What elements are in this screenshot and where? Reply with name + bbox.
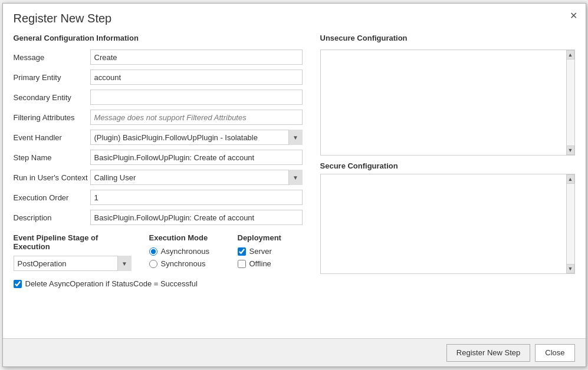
server-label: Server [249,247,272,256]
event-handler-row: Event Handler (Plugin) BasicPlugin.Follo… [14,130,303,145]
synchronous-radio-item[interactable]: Synchronous [149,259,220,268]
execution-mode-section: Execution Mode Asynchronous Synchronous [149,233,220,268]
unsecure-scrollbar: ▲ ▼ [566,50,574,155]
run-in-context-row: Run in User's Context Calling User ▼ [14,170,303,185]
offline-checkbox[interactable] [238,260,246,268]
pipeline-section: Event Pipeline Stage of Execution PreVal… [14,233,132,271]
deployment-section: Deployment Server Offline [238,233,297,268]
secure-config-box: ▲ ▼ [320,174,575,274]
deployment-checkbox-group: Server Offline [238,247,297,268]
execution-mode-radio-group: Asynchronous Synchronous [149,247,220,268]
secondary-entity-input[interactable] [90,90,303,105]
primary-entity-label: Primary Entity [14,73,90,82]
server-checkbox-item[interactable]: Server [238,247,297,256]
dialog: Register New Step ✕ General Configuratio… [2,3,586,367]
offline-label: Offline [249,259,271,268]
secure-config-textarea[interactable] [321,174,566,273]
unsecure-config-title: Unsecure Configuration [320,34,575,42]
synchronous-label: Synchronous [161,259,206,268]
asynchronous-radio[interactable] [149,247,157,256]
right-panel: Unsecure Configuration ▲ ▼ Secure Config… [314,31,575,329]
asynchronous-radio-item[interactable]: Asynchronous [149,247,220,256]
message-row: Message [14,49,303,65]
offline-checkbox-item[interactable]: Offline [238,259,297,268]
secure-scroll-down-icon[interactable]: ▼ [566,264,574,273]
secure-config-title: Secure Configuration [320,161,575,170]
run-in-context-select[interactable]: Calling User [90,170,303,185]
secure-scrollbar: ▲ ▼ [566,174,574,273]
delete-async-row: Delete AsyncOperation if StatusCode = Su… [14,279,303,288]
execution-order-row: Execution Order [14,190,303,205]
description-input[interactable] [90,210,303,225]
synchronous-radio[interactable] [149,260,157,268]
step-name-input[interactable] [90,150,303,165]
asynchronous-label: Asynchronous [161,247,209,256]
pipeline-select[interactable]: PreValidation PreOperation PostOperation [14,256,132,271]
filtering-attributes-row: Filtering Attributes [14,110,303,125]
footer: Register New Step Close [3,338,586,366]
bottom-section: Event Pipeline Stage of Execution PreVal… [14,233,303,271]
unsecure-config-box: ▲ ▼ [320,49,575,156]
content-area: General Configuration Information Messag… [3,31,586,329]
delete-async-label: Delete AsyncOperation if StatusCode = Su… [25,279,198,288]
title-bar: Register New Step ✕ [3,4,586,31]
delete-async-checkbox[interactable] [14,280,22,288]
unsecure-scroll-up-icon[interactable]: ▲ [566,50,574,60]
run-in-context-label: Run in User's Context [14,173,90,182]
pipeline-wrapper: PreValidation PreOperation PostOperation… [14,256,132,271]
secure-scroll-up-icon[interactable]: ▲ [566,174,574,184]
event-handler-label: Event Handler [14,133,90,142]
execution-order-input[interactable] [90,190,303,205]
secondary-entity-row: Secondary Entity [14,90,303,105]
event-handler-select[interactable]: (Plugin) BasicPlugin.FollowUpPlugin - Is… [90,130,303,145]
step-name-label: Step Name [14,153,90,162]
dialog-title: Register New Step [14,12,112,25]
event-handler-wrapper: (Plugin) BasicPlugin.FollowUpPlugin - Is… [90,130,303,145]
description-row: Description [14,210,303,225]
deployment-label: Deployment [238,233,297,242]
filtering-attributes-input[interactable] [90,110,303,125]
close-button[interactable]: Close [535,344,574,362]
filtering-attributes-label: Filtering Attributes [14,113,90,122]
unsecure-scroll-down-icon[interactable]: ▼ [566,146,574,155]
title-close-button[interactable]: ✕ [567,8,581,22]
description-label: Description [14,213,90,222]
step-name-row: Step Name [14,150,303,165]
execution-mode-label: Execution Mode [149,233,220,242]
server-checkbox[interactable] [238,247,246,256]
secondary-entity-label: Secondary Entity [14,93,90,102]
message-input[interactable] [90,49,303,65]
general-config-title: General Configuration Information [14,34,303,42]
register-new-step-button[interactable]: Register New Step [446,344,530,362]
message-label: Message [14,53,90,62]
left-panel: General Configuration Information Messag… [14,31,314,329]
run-in-context-wrapper: Calling User ▼ [90,170,303,185]
pipeline-label: Event Pipeline Stage of Execution [14,233,132,251]
primary-entity-input[interactable] [90,70,303,85]
primary-entity-row: Primary Entity [14,70,303,85]
execution-order-label: Execution Order [14,193,90,202]
